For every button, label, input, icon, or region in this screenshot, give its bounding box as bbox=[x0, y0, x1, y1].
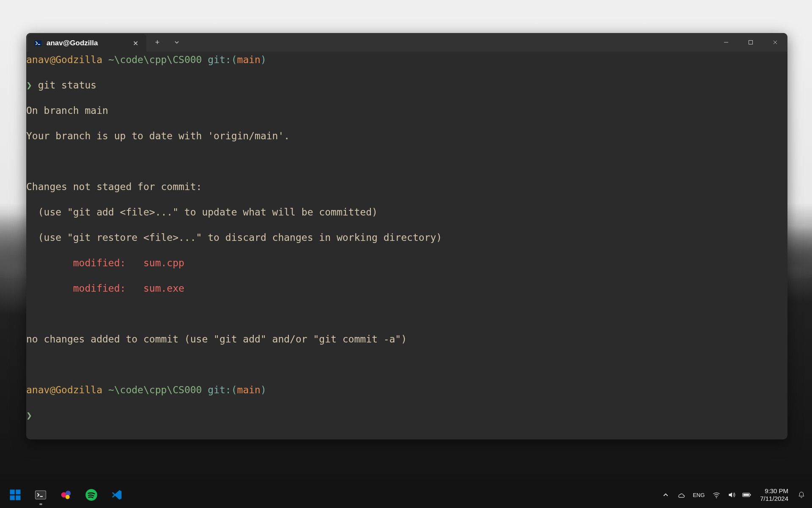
tray-overflow-icon[interactable] bbox=[659, 486, 672, 503]
taskbar-terminal-icon[interactable] bbox=[30, 484, 52, 506]
output-line: Changes not staged for commit: bbox=[26, 180, 787, 193]
terminal-tab[interactable]: anav@Godzilla ✕ bbox=[28, 34, 146, 52]
terminal-window: anav@Godzilla ✕ + anav@Godzilla ~\code\c… bbox=[26, 33, 787, 439]
taskbar-clock[interactable]: 9:30 PM 7/11/2024 bbox=[756, 487, 793, 502]
command-text: git status bbox=[38, 80, 96, 91]
prompt-path: ~\code\cpp\CS000 bbox=[108, 54, 202, 65]
tray-wifi-icon[interactable] bbox=[710, 486, 723, 503]
svg-rect-7 bbox=[36, 491, 46, 499]
prompt-git-label: git:( bbox=[208, 384, 237, 395]
new-tab-button[interactable]: + bbox=[149, 34, 166, 51]
svg-rect-3 bbox=[10, 490, 15, 494]
prompt-branch: main bbox=[237, 54, 261, 65]
svg-rect-2 bbox=[749, 41, 753, 44]
tray-onedrive-icon[interactable] bbox=[675, 486, 687, 503]
title-bar[interactable]: anav@Godzilla ✕ + bbox=[26, 33, 787, 52]
tray-language-icon[interactable]: ENG bbox=[690, 486, 708, 503]
svg-rect-5 bbox=[10, 495, 15, 500]
svg-rect-6 bbox=[16, 495, 20, 500]
prompt-git-close: ) bbox=[261, 384, 266, 395]
tray-volume-icon[interactable] bbox=[725, 486, 738, 503]
close-button[interactable] bbox=[763, 33, 787, 52]
svg-rect-4 bbox=[16, 490, 20, 494]
start-button[interactable] bbox=[4, 484, 26, 506]
system-tray: ENG 9:30 PM 7/11/2024 bbox=[659, 486, 808, 503]
minimize-button[interactable] bbox=[714, 33, 738, 52]
svg-rect-0 bbox=[35, 40, 42, 46]
prompt-branch: main bbox=[237, 384, 261, 395]
tray-battery-icon[interactable] bbox=[741, 486, 753, 503]
modified-file: modified: sum.cpp bbox=[26, 257, 787, 269]
taskbar: ENG 9:30 PM 7/11/2024 bbox=[0, 482, 812, 508]
output-line: (use "git add <file>..." to update what … bbox=[26, 206, 787, 218]
svg-point-10 bbox=[66, 495, 70, 499]
tab-title: anav@Godzilla bbox=[47, 39, 98, 47]
prompt-userhost: anav@Godzilla bbox=[26, 384, 102, 395]
taskbar-app-icon[interactable] bbox=[55, 484, 77, 506]
maximize-button[interactable] bbox=[738, 33, 763, 52]
prompt-userhost: anav@Godzilla bbox=[26, 54, 102, 65]
prompt-path: ~\code\cpp\CS000 bbox=[108, 384, 202, 395]
svg-point-12 bbox=[716, 497, 717, 498]
window-controls bbox=[714, 33, 787, 52]
prompt-glyph: ❯ bbox=[26, 410, 32, 421]
taskbar-spotify-icon[interactable] bbox=[80, 484, 102, 506]
powershell-icon bbox=[34, 39, 42, 47]
taskbar-pinned bbox=[4, 484, 128, 506]
tab-close-button[interactable]: ✕ bbox=[130, 38, 140, 48]
prompt-git-label: git:( bbox=[208, 54, 237, 65]
output-line: (use "git restore <file>..." to discard … bbox=[26, 231, 787, 244]
modified-file: modified: sum.exe bbox=[26, 282, 787, 295]
tray-notifications-icon[interactable] bbox=[795, 486, 808, 503]
prompt-git-close: ) bbox=[261, 54, 266, 65]
prompt-glyph: ❯ bbox=[26, 80, 32, 91]
output-line: no changes added to commit (use "git add… bbox=[26, 333, 787, 345]
tab-dropdown-button[interactable] bbox=[168, 34, 185, 51]
taskbar-vscode-icon[interactable] bbox=[106, 484, 128, 506]
output-line: On branch main bbox=[26, 104, 787, 117]
svg-rect-15 bbox=[743, 494, 749, 496]
terminal-output[interactable]: anav@Godzilla ~\code\cpp\CS000 git:(main… bbox=[26, 52, 787, 439]
svg-rect-14 bbox=[750, 494, 751, 495]
clock-time: 9:30 PM bbox=[760, 487, 788, 495]
clock-date: 7/11/2024 bbox=[760, 495, 788, 502]
output-line: Your branch is up to date with 'origin/m… bbox=[26, 130, 787, 142]
